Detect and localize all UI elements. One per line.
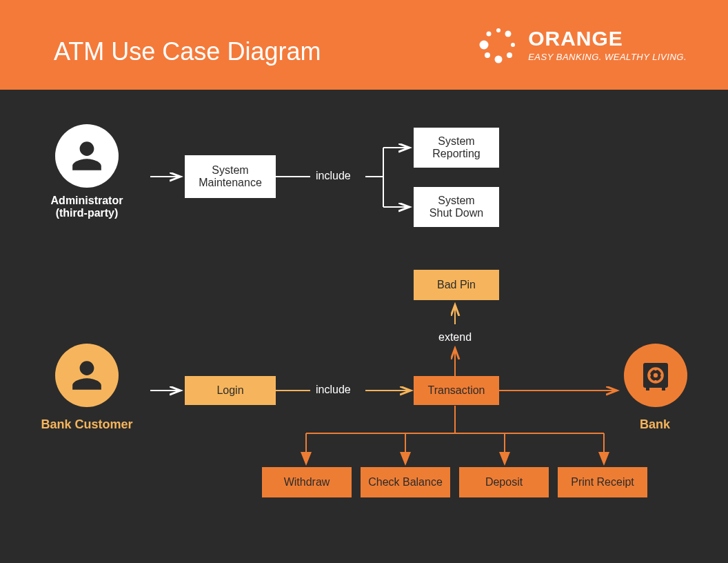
actor-admin bbox=[55, 124, 119, 188]
brand-name: ORANGE bbox=[528, 28, 687, 49]
actor-bank bbox=[624, 344, 687, 407]
svg-point-7 bbox=[487, 32, 492, 37]
svg-point-6 bbox=[480, 41, 489, 50]
svg-point-3 bbox=[507, 52, 512, 58]
safe-icon bbox=[624, 344, 687, 407]
node-system-shutdown: System Shut Down bbox=[414, 187, 499, 227]
svg-point-2 bbox=[511, 43, 515, 47]
label-include-2: include bbox=[316, 384, 351, 396]
brand-tagline: EASY BANKING. WEALTHY LIVING. bbox=[528, 52, 687, 62]
actor-customer-label: Bank Customer bbox=[25, 417, 149, 432]
node-check-balance: Check Balance bbox=[361, 467, 450, 497]
diagram-canvas: Administrator (third-party) System Maint… bbox=[0, 90, 728, 563]
node-print-receipt: Print Receipt bbox=[558, 467, 647, 497]
node-withdraw: Withdraw bbox=[262, 467, 352, 497]
svg-point-1 bbox=[505, 31, 512, 37]
actor-admin-label: Administrator (third-party) bbox=[25, 195, 149, 219]
page-title: ATM Use Case Diagram bbox=[54, 37, 321, 66]
svg-point-0 bbox=[496, 28, 501, 32]
svg-rect-33 bbox=[646, 388, 649, 391]
actor-customer bbox=[55, 344, 119, 407]
node-system-maintenance: System Maintenance bbox=[185, 155, 276, 198]
header: ATM Use Case Diagram ORANGE EASY BANKING… bbox=[0, 0, 728, 90]
svg-rect-34 bbox=[662, 388, 665, 391]
node-system-reporting: System Reporting bbox=[414, 128, 499, 168]
svg-point-4 bbox=[495, 56, 503, 63]
person-icon bbox=[55, 344, 119, 407]
person-icon bbox=[55, 124, 119, 188]
svg-point-5 bbox=[485, 52, 490, 58]
actor-bank-label: Bank bbox=[593, 417, 717, 432]
label-include-1: include bbox=[316, 170, 351, 182]
node-bad-pin: Bad Pin bbox=[414, 270, 499, 300]
brand-logo-icon bbox=[478, 25, 518, 65]
node-login: Login bbox=[185, 376, 276, 405]
brand: ORANGE EASY BANKING. WEALTHY LIVING. bbox=[478, 25, 687, 65]
label-extend: extend bbox=[438, 331, 472, 344]
svg-point-28 bbox=[654, 373, 658, 377]
node-deposit: Deposit bbox=[459, 467, 549, 497]
node-transaction: Transaction bbox=[414, 376, 499, 405]
